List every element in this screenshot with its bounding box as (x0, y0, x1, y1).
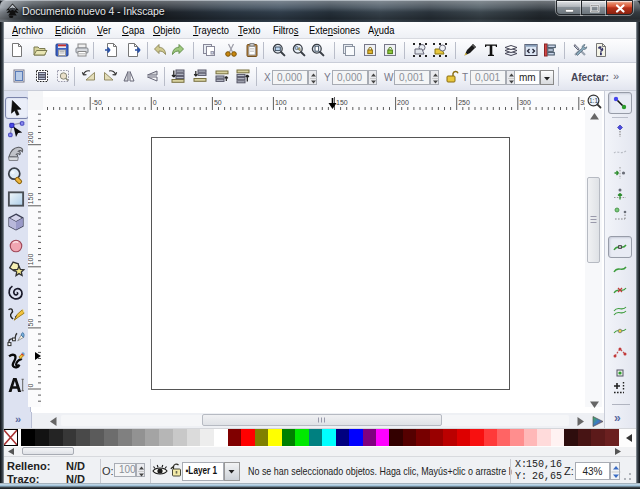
svg-text:200: 200 (397, 99, 409, 106)
svg-text:100: 100 (28, 254, 34, 266)
svg-text:250: 250 (458, 99, 470, 106)
svg-text:150: 150 (28, 193, 34, 205)
svg-text:50: 50 (214, 99, 222, 106)
svg-text:50: 50 (28, 319, 34, 327)
svg-text:200: 200 (28, 131, 34, 143)
svg-text:0: 0 (153, 99, 157, 106)
svg-text:-50: -50 (92, 99, 102, 106)
svg-text:0: 0 (28, 384, 34, 388)
svg-text:100: 100 (275, 99, 287, 106)
svg-text:150: 150 (336, 99, 348, 106)
svg-text:1:1: 1:1 (589, 97, 598, 104)
svg-text:300: 300 (519, 99, 531, 106)
